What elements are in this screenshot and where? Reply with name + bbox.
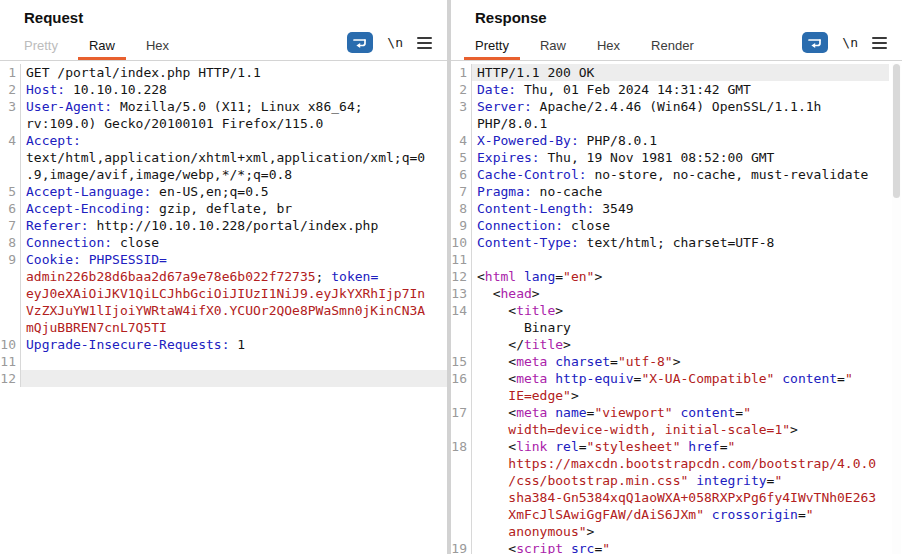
tab-raw[interactable]: Raw [529,32,577,60]
code-line[interactable]: 3Server: Apache/2.4.46 (Win64) OpenSSL/1… [451,98,902,115]
code-line[interactable]: 5Accept-Language: en-US,en;q=0.5 [0,183,447,200]
code-line[interactable]: 19 <script src=" [451,540,902,554]
code-line[interactable]: 15 <meta charset="utf-8"> [451,353,902,370]
code-text: </title> [471,336,889,353]
code-line[interactable]: 3User-Agent: Mozilla/5.0 (X11; Linux x86… [0,98,447,115]
show-newlines-button[interactable]: \n [842,35,858,50]
line-number: 12 [451,268,471,285]
code-segment: > [673,354,681,369]
code-segment: < [477,371,516,386]
code-line[interactable]: 18 <link rel="stylesheet" href=" [451,438,902,455]
code-line[interactable]: anonymous"> [451,523,902,540]
tab-pretty[interactable]: Pretty [464,32,520,60]
line-number: 4 [0,132,20,149]
code-line[interactable]: 16 <meta http-equiv="X-UA-Compatible" co… [451,370,902,387]
code-text: width=device-width, initial-scale=1"> [471,421,889,438]
code-line[interactable]: sha384-Gn5384xqQ1aoWXA+058RXPxPg6fy4IWvT… [451,489,902,506]
tab-raw[interactable]: Raw [78,32,126,60]
line-number: 6 [0,200,20,217]
code-line[interactable]: 11 [0,353,447,370]
line-number: 5 [451,149,471,166]
show-newlines-button[interactable]: \n [387,35,403,50]
wrap-lines-button[interactable] [347,32,373,53]
code-segment: admin226b28d6baa2d67a9e78e6b022f72735 [26,269,316,284]
code-text [20,370,447,387]
response-editor[interactable]: 1HTTP/1.1 200 OK2Date: Thu, 01 Feb 2024 … [451,62,902,554]
code-text [20,353,447,370]
code-segment: meta [516,405,547,420]
code-line[interactable]: 11 [451,251,902,268]
scrollbar-thumb[interactable] [893,64,900,198]
code-line[interactable]: 1HTTP/1.1 200 OK [451,64,902,81]
line-number: 14 [451,302,471,319]
line-number [0,302,20,319]
response-scrollbar[interactable] [892,63,901,554]
code-line[interactable]: 12 [0,370,447,387]
code-line[interactable]: 17 <meta name="viewport" content=" [451,404,902,421]
code-segment: = [798,507,806,522]
code-line[interactable]: </title> [451,336,902,353]
code-segment: = [555,269,563,284]
line-number: 8 [451,200,471,217]
code-line[interactable]: 9Connection: close [451,217,902,234]
code-text: Server: Apache/2.4.46 (Win64) OpenSSL/1.… [471,98,889,115]
code-line[interactable]: 8Connection: close [0,234,447,251]
line-number [0,285,20,302]
line-number [0,268,20,285]
code-line[interactable]: VzZXJuYW1lIjoiYWRtaW4ifX0.YCUOr2QOe8PWaS… [0,302,447,319]
response-toolbar: \n [802,32,887,53]
code-line[interactable]: 6Accept-Encoding: gzip, deflate, br [0,200,447,217]
code-line[interactable]: 13 <head> [451,285,902,302]
code-line[interactable]: .9,image/avif,image/webp,*/*;q=0.8 [0,166,447,183]
code-segment: gzip, deflate, br [151,201,292,216]
line-number [0,319,20,336]
code-line[interactable]: 2Host: 10.10.10.228 [0,81,447,98]
code-line[interactable]: 5Expires: Thu, 19 Nov 1981 08:52:00 GMT [451,149,902,166]
code-line[interactable]: XmFcJlSAwiGgFAW/dAiS6JXm" crossorigin=" [451,506,902,523]
code-line[interactable]: width=device-width, initial-scale=1"> [451,421,902,438]
code-line[interactable]: 12<html lang="en"> [451,268,902,285]
wrap-lines-button[interactable] [802,32,828,53]
code-line[interactable]: 4X-Powered-By: PHP/8.0.1 [451,132,902,149]
code-line[interactable]: Binary [451,319,902,336]
code-line[interactable]: 9Cookie: PHPSESSID= [0,251,447,268]
code-segment [688,473,696,488]
hamburger-menu-icon[interactable] [872,35,887,51]
code-line[interactable]: 7Pragma: no-cache [451,183,902,200]
code-line[interactable]: mQjuBBREN7cnL7Q5TI [0,319,447,336]
code-line[interactable]: 1GET /portal/index.php HTTP/1.1 [0,64,447,81]
code-segment: PHP/8.0.1 [477,116,547,131]
code-line[interactable]: 2Date: Thu, 01 Feb 2024 14:31:42 GMT [451,81,902,98]
tab-hex[interactable]: Hex [586,32,631,60]
code-line[interactable]: 10Upgrade-Insecure-Requests: 1 [0,336,447,353]
code-line[interactable]: admin226b28d6baa2d67a9e78e6b022f72735; t… [0,268,447,285]
tab-render[interactable]: Render [640,32,705,60]
code-segment: PHPSESSID= [89,252,167,267]
code-line[interactable]: 6Cache-Control: no-store, no-cache, must… [451,166,902,183]
code-segment: http-equiv [555,371,633,386]
tab-pretty[interactable]: Pretty [13,32,69,60]
code-line[interactable]: 8Content-Length: 3549 [451,200,902,217]
response-panel-header: Response PrettyRawHexRender \n [451,0,902,61]
line-number: 11 [451,251,471,268]
code-line[interactable]: 7Referer: http://10.10.10.228/portal/ind… [0,217,447,234]
code-line[interactable]: IE=edge"> [451,387,902,404]
code-line[interactable]: text/html,application/xhtml+xml,applicat… [0,149,447,166]
line-number: 18 [451,438,471,455]
code-segment: title [524,337,563,352]
hamburger-menu-icon[interactable] [417,35,432,51]
code-line[interactable]: 14 <title> [451,302,902,319]
request-tab-bar: PrettyRawHex [13,32,189,60]
code-line[interactable]: rv:109.0) Gecko/20100101 Firefox/115.0 [0,115,447,132]
code-line[interactable]: 4Accept: [0,132,447,149]
tab-hex[interactable]: Hex [135,32,180,60]
code-line[interactable]: https://maxcdn.bootstrapcdn.com/bootstra… [451,455,902,472]
code-line[interactable]: 10Content-Type: text/html; charset=UTF-8 [451,234,902,251]
code-line[interactable]: eyJ0eXAiOiJKV1QiLCJhbGciOiJIUzI1NiJ9.eyJ… [0,285,447,302]
code-line[interactable]: /css/bootstrap.min.css" integrity=" [451,472,902,489]
code-segment: text/html,application/xhtml+xml,applicat… [26,150,425,165]
code-line[interactable]: PHP/8.0.1 [451,115,902,132]
code-segment: " [845,371,853,386]
code-text: GET /portal/index.php HTTP/1.1 [20,64,447,81]
request-editor[interactable]: 1GET /portal/index.php HTTP/1.12Host: 10… [0,62,447,554]
